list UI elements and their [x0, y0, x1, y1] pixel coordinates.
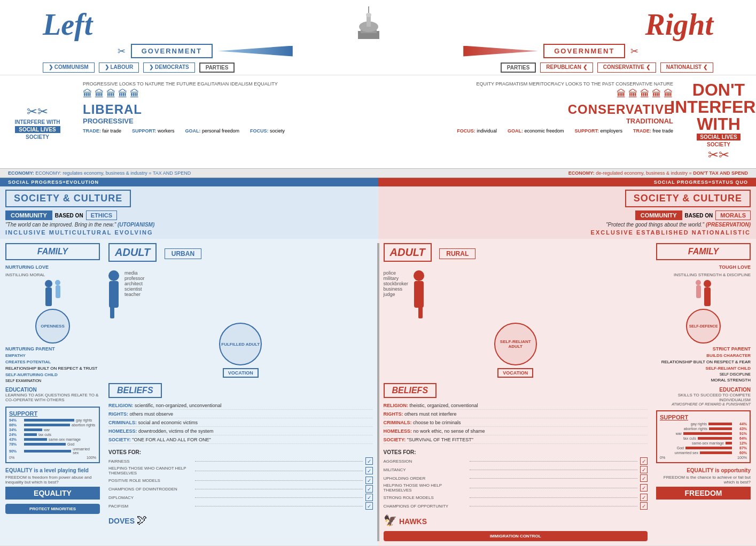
- left-belief-item: CRIMINALS: social and economic victims: [108, 420, 373, 427]
- right-belief-item: RELIGION: theistic, organized, conventio…: [384, 403, 648, 410]
- right-based-text: BASED ON: [685, 213, 713, 219]
- left-adult-figure-area: media professor architect scientist teac…: [108, 270, 373, 318]
- left-center-panel: ADULT URBAN media professor architect sc…: [104, 243, 378, 541]
- right-stat-row: same-sex marriage12%: [660, 441, 747, 445]
- left-belief-item: RIGHTS: others must observe: [108, 411, 373, 418]
- right-stat-row: unmarried sex60%: [660, 451, 747, 455]
- right-vote-item: HELPING THOSE WHO HELP THEMSELVES✓: [384, 483, 648, 493]
- hawks-label: HAWKS: [399, 517, 427, 526]
- left-diplomacy-item: DIPLOMACY✓: [108, 494, 373, 501]
- r-child-head: [696, 280, 701, 285]
- right-equality-desc: EQUALITY is opportunity: [656, 467, 751, 473]
- left-society-header-row: SOCIETY & CULTURE: [5, 190, 131, 207]
- left-equality-section: EQUALITY is a level playing field FREEDO…: [5, 467, 100, 500]
- left-relationship: RELATIONSHIP BUILT ON RESPECT & TRUST: [5, 366, 100, 371]
- building-icon-2: 🏛: [95, 89, 104, 100]
- right-focus: FOCUS: individual: [457, 128, 497, 134]
- left-society: SOCIETY & CULTURE COMMUNITY BASED ON ETH…: [5, 190, 378, 236]
- doves-label: DOVES: [108, 517, 135, 525]
- left-stat-row: 86%abortion rights: [9, 423, 96, 427]
- right-self-disc: SELF DISCIPLINE: [656, 372, 751, 376]
- left-looks-text: PROGRESSIVE LOOKS TO NATURE THE FUTURE E…: [83, 81, 370, 87]
- tough-love: TOUGH LOVE: [656, 264, 751, 270]
- economy-left: ECONOMY: ECONOMY: regulates economy, bus…: [8, 170, 191, 176]
- right-support-title: SUPPORT: [660, 414, 747, 420]
- left-title: Left: [43, 7, 92, 42]
- left-society-words: INCLUSIVE MULTICULTURAL EVOLVING: [5, 229, 153, 236]
- party-parties-right: PARTIES: [501, 63, 536, 73]
- scissors-figure-left-icon: ✂✂: [27, 104, 48, 119]
- right-morals-tag: MORALS: [715, 210, 751, 220]
- right-society-header-row: SOCIETY & CULTURE: [625, 190, 751, 207]
- right-figure-child: [696, 280, 701, 306]
- right-family-title: FAMILY: [660, 247, 747, 256]
- right-moral-strength: MORAL STRENGTH: [656, 378, 751, 383]
- left-parties: ❯ COMMUNISM ❯ LABOUR ❯ DEMOCRATS PARTIES: [43, 63, 235, 73]
- instilling-moral: INSTILLING MORAL: [5, 272, 100, 277]
- scissors-figure-right-icon: ✂✂: [708, 147, 729, 162]
- r-adult-body-side: [704, 287, 711, 306]
- progressive-label: PROGRESSIVE: [83, 117, 370, 125]
- right-title: Right: [645, 7, 713, 42]
- interfere-right-text: SOCIAL LIVES SOCIETY: [697, 132, 740, 147]
- left-stat-row: 94%gay rights: [9, 418, 96, 422]
- doves-section: DOVES 🕊: [108, 514, 373, 526]
- instilling-strength: INSTILLING STRENGTH & DISCIPLINE: [656, 272, 751, 277]
- protect-minorities-badge: PROTECT MINORITIES: [5, 504, 100, 514]
- left-support-box: SUPPORT 94%gay rights86%abortion rights3…: [5, 407, 100, 463]
- left-vote-item: HELPING THOSE WHO CANNOT HELP THEMSELVES…: [108, 466, 373, 475]
- right-freedom-desc: FREEDOM is the chance to achieve or fail…: [656, 475, 751, 485]
- left-votes-title: VOTES FOR:: [108, 449, 373, 455]
- right-trade-row: FOCUS: individual GOAL: economic freedom…: [386, 128, 674, 134]
- adult-body-left: [45, 287, 52, 306]
- left-family-panel: FAMILY NURTURING LOVE INSTILLING MORAL O…: [5, 243, 104, 541]
- left-vote-item: CHAMPIONS OF DOWNTRODDEN✓: [108, 485, 373, 493]
- self-reliant-circle: SELF-RELIANT ADULT: [494, 323, 537, 365]
- self-defence-circle: SELF-DEFENCE: [686, 309, 721, 344]
- party-parties-left: PARTIES: [199, 63, 235, 73]
- right-society: SOCIETY & CULTURE COMMUNITY BASED ON MOR…: [378, 190, 751, 236]
- left-figure-adult: [45, 280, 52, 306]
- svg-point-4: [366, 13, 371, 17]
- gov-arrow-left: [218, 46, 293, 57]
- ideology-section: ✂✂ INTERFERE WITH SOCIAL LIVES SOCIETY P…: [0, 75, 756, 168]
- right-vote-item: STRONG ROLE MODELS✓: [384, 494, 648, 501]
- left-society-header: SOCIETY & CULTURE: [5, 190, 131, 207]
- right-adult-title: ADULT: [390, 246, 425, 258]
- r-adult-head-side: [704, 280, 711, 287]
- left-community-tag: COMMUNITY: [5, 210, 52, 220]
- r-child-body: [696, 285, 701, 298]
- left-support: SUPPORT: workers: [132, 128, 175, 134]
- left-stat-row: 90%unmarried sex: [9, 447, 96, 455]
- left-vote-item: FAIRNESS✓: [108, 457, 373, 465]
- left-adult-title: ADULT: [115, 246, 150, 258]
- right-belief-item: RIGHTS: others must not interfere: [384, 411, 648, 418]
- left-beliefs-title: BELIEFS: [108, 383, 162, 398]
- scissors-right-icon: ✂: [630, 45, 638, 57]
- r-adult-body: [414, 281, 424, 308]
- right-adult-box: ADULT: [384, 243, 432, 262]
- left-stat-row: 34%war: [9, 428, 96, 432]
- right-stat-row: abortion rights43%: [660, 427, 747, 431]
- right-stat-row: gay rights44%: [660, 422, 747, 426]
- left-belief-item: RELIGION: scientific, non-organized, unc…: [108, 403, 373, 410]
- right-vote-item: UPHOLDING ORDER✓: [384, 474, 648, 482]
- right-goal: GOAL: economic freedom: [508, 128, 564, 134]
- left-jobs-list: media professor architect scientist teac…: [124, 270, 145, 297]
- capitol-icon: [347, 4, 390, 42]
- right-beliefs-title: BELIEFS: [384, 383, 437, 398]
- left-vocation-badge: VOCATION: [223, 368, 259, 378]
- left-stat-row: 78%God: [9, 442, 96, 446]
- rural-tag: RURAL: [439, 248, 476, 259]
- right-adult-figure-area: police military stockbroker business jud…: [384, 270, 648, 318]
- progress-right: SOCIAL PROGRESS=STATUS QUO: [654, 180, 748, 185]
- interfere-right: DON'TINTERFEREWITH SOCIAL LIVES SOCIETY …: [681, 79, 756, 165]
- right-family-box: FAMILY: [656, 243, 751, 260]
- party-communism: ❯ COMMUNISM: [43, 63, 95, 73]
- building-icon-1: 🏛: [83, 89, 92, 100]
- left-education-desc: LEARNING TO ASK QUESTIONS RELATE TO & CO…: [5, 393, 100, 402]
- right-votes-title: VOTES FOR:: [384, 449, 648, 455]
- right-buildings: 🏛 🏛 🏛 🏛 🏛: [386, 89, 674, 100]
- right-freedom-section: EQUALITY is opportunity FREEDOM is the c…: [656, 467, 751, 500]
- adult-head-left: [45, 280, 52, 287]
